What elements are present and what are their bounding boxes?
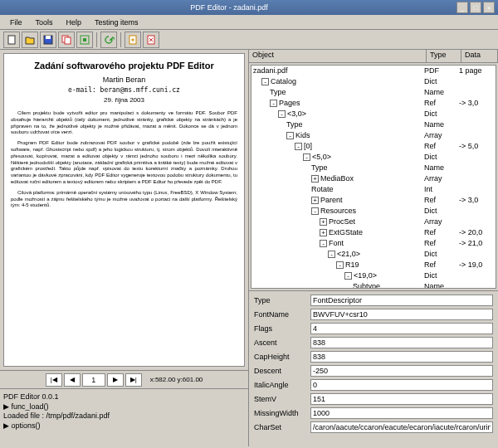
options-button[interactable] [76,32,93,48]
property-key: Descent [251,367,310,375]
tree-row[interactable]: +MediaBoxArray [251,173,496,184]
property-value-input[interactable] [310,309,493,320]
menu-help[interactable]: Help [60,18,89,27]
last-page-button[interactable]: ▶| [125,373,142,387]
copy-button[interactable] [58,32,75,48]
expand-icon[interactable]: + [320,218,327,226]
tree-row[interactable]: +ProcSetArray [251,217,496,227]
tree-row[interactable]: RotateInt [251,184,496,195]
tree-row[interactable]: TypeName [251,163,496,173]
expand-icon[interactable]: - [336,261,344,269]
tree-row[interactable]: -FontRef-> 21,0 [251,238,496,249]
property-row: Flags [251,321,496,335]
expand-icon[interactable]: + [311,197,319,204]
property-row: Type [251,293,496,307]
property-value-input[interactable] [310,393,493,405]
property-row: MissingWidth [251,406,496,420]
property-value-input[interactable] [310,337,493,348]
save-button[interactable] [40,32,56,48]
property-value-input[interactable] [310,365,493,377]
expand-icon[interactable]: - [303,153,310,161]
property-key: ItalicAngle [251,381,310,389]
tree-header: Object Type Data [249,50,498,63]
doc-paragraph: Program PDF Editor bude zobrazovat PDF s… [11,140,237,186]
expand-icon[interactable]: - [261,78,269,85]
tree-row[interactable]: +ParentRef-> 3,0 [251,195,496,206]
menu-file[interactable]: File [3,18,29,27]
property-value-input[interactable] [310,351,493,363]
tree-row[interactable]: -PagesRef-> 3,0 [251,98,496,109]
tree-row[interactable]: -<19,0>Dict [251,270,496,281]
property-value-input[interactable] [310,407,493,419]
minimize-button[interactable]: _ [456,2,468,13]
property-key: FontName [251,310,310,319]
svg-rect-0 [8,36,15,44]
property-row: CapHeight [251,349,496,363]
remove-button[interactable] [143,32,159,48]
expand-icon[interactable]: - [328,251,335,258]
expand-icon[interactable]: - [278,110,286,118]
page-input[interactable] [82,373,105,387]
tree-row[interactable]: -[0]Ref-> 5,0 [251,141,496,152]
tree-row[interactable]: -<3,0>Dict [251,109,496,119]
expand-icon[interactable]: - [311,207,319,215]
expand-icon[interactable]: - [286,132,294,139]
status-panel: PDF Editor 0.0.1 ▶ func_load() Loaded fi… [0,388,248,446]
tree-row[interactable]: TypeName [251,119,496,130]
tree-row[interactable]: +ExtGStateRef-> 20,0 [251,227,496,238]
window-title: PDF Editor - zadani.pdf [3,3,455,12]
tree-row[interactable]: -ResourcesDict [251,206,496,217]
property-value-input[interactable] [310,323,493,334]
property-value-input[interactable] [310,295,493,306]
open-button[interactable] [22,32,38,48]
property-key: Flags [251,324,310,333]
expand-icon[interactable]: - [270,100,277,107]
tree-row[interactable]: -KidsArray [251,130,496,141]
col-type[interactable]: Type [427,50,461,62]
property-row: Ascent [251,335,496,349]
titlebar: PDF Editor - zadani.pdf _ □ × [0,0,498,15]
first-page-button[interactable]: |◀ [46,373,62,387]
doc-title: Zadání softwarového projektu PDF Editor [11,61,237,71]
doc-paragraph: Cílová platforma: primárně operační syst… [11,190,237,209]
doc-paragraph: Cílem projektu bude vytvořit editor pro … [11,110,237,136]
property-key: StemV [251,395,310,403]
tree-row[interactable]: TypeName [251,87,496,98]
tree-row[interactable]: -<5,0>Dict [251,152,496,163]
add-button[interactable] [124,32,141,48]
col-object[interactable]: Object [249,50,427,62]
document-preview: Zadání softwarového projektu PDF Editor … [3,53,245,367]
property-value-input[interactable] [310,379,493,391]
tree-row[interactable]: -<21,0>Dict [251,249,496,260]
expand-icon[interactable]: - [320,240,327,247]
refresh-button[interactable] [100,32,117,48]
property-row: Descent [251,363,496,377]
close-button[interactable]: × [483,2,495,13]
tree-row[interactable]: -CatalogDict [251,76,496,87]
property-value-input[interactable] [310,421,493,433]
tree-row[interactable]: zadani.pdfPDF1 page [251,66,496,76]
menu-tools[interactable]: Tools [29,18,60,27]
status-line: Loaded file : /tmp/pdf/zadani.pdf [3,411,245,421]
expand-icon[interactable]: - [295,143,302,150]
property-row: CharSet [251,420,496,434]
new-button[interactable] [3,32,20,48]
tree-row[interactable]: -R19Ref-> 19,0 [251,260,496,270]
tree-row[interactable]: SubtypeName [251,281,496,289]
property-row: ItalicAngle [251,377,496,392]
prev-page-button[interactable]: ◀ [64,373,81,387]
svg-rect-4 [65,37,71,44]
expand-icon[interactable]: + [320,229,327,236]
toolbar [0,30,498,50]
menu-testing[interactable]: Testing items [88,18,145,27]
expand-icon[interactable]: + [311,175,319,183]
maximize-button[interactable]: □ [470,2,481,13]
doc-email: e-mail: beran@ms.mff.cuni.cz [11,86,237,94]
property-key: Ascent [251,338,310,347]
property-key: MissingWidth [251,409,310,417]
next-page-button[interactable]: ▶ [107,373,124,387]
expand-icon[interactable]: - [344,272,352,280]
object-tree[interactable]: zadani.pdfPDF1 page-CatalogDictTypeName-… [251,65,496,289]
doc-date: 29. října 2003 [11,96,237,104]
col-data[interactable]: Data [461,50,498,62]
